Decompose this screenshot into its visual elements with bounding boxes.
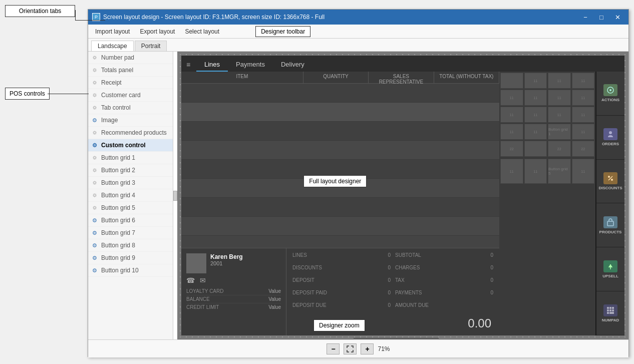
preview-tab-payments[interactable]: Payments <box>228 58 273 72</box>
panel-resizer[interactable] <box>173 191 177 201</box>
grid-cell: 11 <box>548 107 571 123</box>
pos-controls-annotation: POS controls <box>5 88 50 100</box>
zoom-in-button[interactable]: + <box>361 343 374 354</box>
control-item-recommended-products[interactable]: ⛭Recommended products <box>88 127 173 139</box>
products-button[interactable]: PRODUCTS <box>596 203 624 247</box>
deposit-paid-total: DEPOSIT PAID0 <box>290 289 393 301</box>
grid-cell: 11 <box>524 73 547 89</box>
svg-rect-7 <box>607 307 609 309</box>
upsell-button[interactable]: UPSELL <box>596 247 624 291</box>
control-item-number-pad[interactable]: ⛭Number pad <box>88 52 173 64</box>
landscape-tab[interactable]: Landscape <box>91 41 134 51</box>
svg-rect-13 <box>607 312 609 314</box>
zoom-fit-button[interactable] <box>344 343 357 354</box>
grid-cell: 11 <box>572 124 595 140</box>
minimize-button[interactable]: − <box>578 12 592 23</box>
control-item-receipt[interactable]: ⛭Receipt <box>88 77 173 89</box>
select-layout-menu[interactable]: Select layout <box>181 27 223 37</box>
preview-tab-lines[interactable]: Lines <box>196 58 228 72</box>
svg-rect-14 <box>609 312 614 314</box>
control-label: Custom control <box>101 142 146 149</box>
orientation-tabs-annotation: Orientation tabs <box>5 5 75 17</box>
gear-icon: ⛭ <box>92 192 98 198</box>
full-layout-designer-label: Full layout designer <box>303 175 367 187</box>
pos-controls-panel: ⛭Number pad⛭Totals panel⛭Receipt⛭Custome… <box>88 52 173 339</box>
control-item-button-grid-10[interactable]: ⚙Button grid 10 <box>88 264 173 277</box>
maximize-button[interactable]: □ <box>594 12 608 23</box>
annotation-line-2 <box>75 10 76 20</box>
svg-rect-9 <box>612 307 614 309</box>
control-item-custom-control[interactable]: ⚙Custom control <box>88 139 173 152</box>
right-grid-area: 11 11 11 11 11 11 11 11 <box>499 72 595 335</box>
control-item-button-grid-9[interactable]: ⚙Button grid 9 <box>88 252 173 264</box>
numpad-button[interactable]: NUMPAD <box>596 291 624 335</box>
gear-icon: ⚙ <box>92 142 98 148</box>
designer-toolbar-label: Designer toolbar <box>255 26 310 37</box>
export-layout-menu[interactable]: Export layout <box>136 27 179 37</box>
control-item-tab-control[interactable]: ⛭Tab control <box>88 102 173 114</box>
loyalty-card-field: LOYALTY CARDValue <box>186 287 281 295</box>
customer-avatar <box>186 253 206 273</box>
control-item-button-grid-5[interactable]: ⛭Button grid 5 <box>88 202 173 214</box>
main-window: P Screen layout design - Screen layout I… <box>88 9 629 357</box>
control-item-button-grid-1[interactable]: ⛭Button grid 1 <box>88 152 173 164</box>
control-label: Totals panel <box>101 67 133 74</box>
action-buttons-panel: ACTIONS ORDERS <box>595 72 624 335</box>
designer-canvas: ≡ Lines Payments Delivery ITEM <box>177 52 628 339</box>
gear-icon: ⛭ <box>92 67 98 73</box>
grid-cell: 11 <box>572 73 595 89</box>
charges-total: CHARGES0 <box>393 264 495 276</box>
orders-label: ORDERS <box>602 142 619 146</box>
control-label: Button grid 8 <box>101 242 135 249</box>
control-item-button-grid-2[interactable]: ⛭Button grid 2 <box>88 164 173 177</box>
control-item-button-grid-3[interactable]: ⛭Button grid 3 <box>88 177 173 189</box>
close-button[interactable]: ✕ <box>610 12 624 23</box>
tax-total: TAX0 <box>393 276 495 288</box>
designer-area: ≡ Lines Payments Delivery ITEM <box>177 52 628 339</box>
discounts-total: DISCOUNTS0 <box>290 264 393 276</box>
window-title: Screen layout design - Screen layout ID:… <box>103 14 325 21</box>
control-item-totals-panel[interactable]: ⛭Totals panel <box>88 64 173 77</box>
orders-button[interactable]: ORDERS <box>596 116 624 160</box>
control-item-button-grid-6[interactable]: ⚙Button grid 6 <box>88 214 173 227</box>
control-label: Number pad <box>101 54 134 61</box>
control-item-image[interactable]: ⚙Image <box>88 114 173 127</box>
grid-cell: 11 <box>548 73 571 89</box>
col-total: TOTAL (WITHOUT TAX) <box>434 72 499 83</box>
svg-rect-6 <box>607 221 613 226</box>
control-item-button-grid-4[interactable]: ⛭Button grid 4 <box>88 189 173 202</box>
col-item: ITEM <box>181 72 303 83</box>
control-label: Tab control <box>101 104 131 111</box>
control-label: Button grid 6 <box>101 217 135 224</box>
control-item-customer-card[interactable]: ⛭Customer card <box>88 89 173 102</box>
preview-tab-delivery[interactable]: Delivery <box>273 58 312 72</box>
svg-rect-10 <box>607 309 609 311</box>
grid-cell: 11 <box>524 90 547 106</box>
grid-cell <box>524 141 547 157</box>
grid-cell: 22 <box>572 141 595 157</box>
control-item-button-grid-7[interactable]: ⚙Button grid 7 <box>88 227 173 239</box>
import-layout-menu[interactable]: Import layout <box>91 27 134 37</box>
balance-field: BALANCEValue <box>186 295 281 303</box>
control-label: Button grid 2 <box>101 167 135 174</box>
phone-icon: ☎ <box>186 276 195 284</box>
numpad-label: NUMPAD <box>602 318 619 322</box>
control-label: Button grid 10 <box>101 267 139 274</box>
actions-button[interactable]: ACTIONS <box>596 72 624 116</box>
gear-icon: ⛭ <box>92 180 98 186</box>
portrait-tab[interactable]: Portrait <box>135 41 167 51</box>
menu-bar: Import layout Export layout Select layou… <box>88 25 628 39</box>
grid-cell: 11 <box>572 90 595 106</box>
gear-icon: ⛭ <box>92 105 98 111</box>
table-row <box>181 84 499 103</box>
customer-name: Karen Berg <box>210 253 243 260</box>
products-label: PRODUCTS <box>599 230 622 234</box>
grid-cell: 11 <box>548 90 571 106</box>
gear-icon: ⛭ <box>92 92 98 98</box>
control-item-button-grid-8[interactable]: ⚙Button grid 8 <box>88 239 173 252</box>
zoom-out-button[interactable]: − <box>327 343 340 354</box>
grid-cell: 11 <box>500 107 523 123</box>
deposit-due-total: DEPOSIT DUE0 <box>290 301 393 313</box>
annotation-line-1 <box>75 20 105 21</box>
discounts-button[interactable]: DISCOUNTS <box>596 160 624 204</box>
